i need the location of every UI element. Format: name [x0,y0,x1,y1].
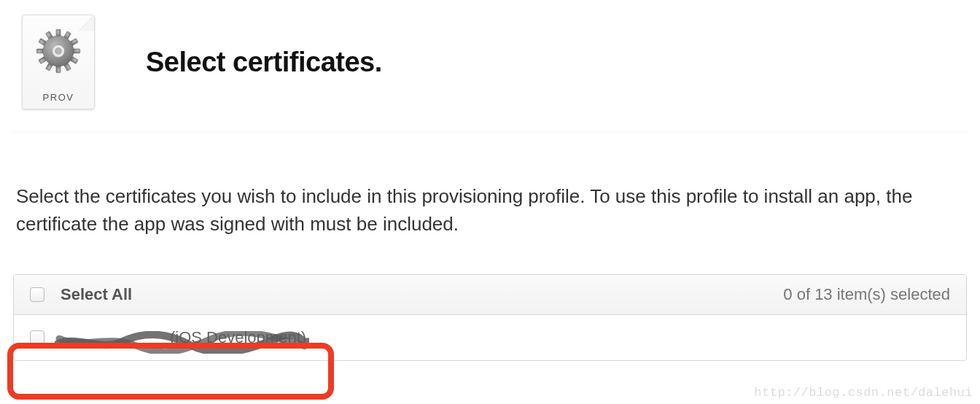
certificate-list-header: Select All 0 of 13 item(s) selected [14,275,966,315]
select-all-label[interactable]: Select All [61,285,783,304]
certificate-list: Select All 0 of 13 item(s) selected (iOS… [13,274,967,361]
certificate-name: (iOS Development) [61,328,306,347]
selection-count: 0 of 13 item(s) selected [783,285,950,304]
page-title: Select certificates. [146,47,382,78]
svg-point-3 [55,48,62,55]
gear-icon [36,28,81,74]
page-header: PROV Select certificates. [0,0,980,131]
certificate-checkbox[interactable] [30,330,44,345]
prov-label: PROV [43,92,74,103]
certificate-name-suffix: (iOS Development) [61,328,306,346]
provisioning-profile-icon: PROV [22,15,95,109]
certificate-row[interactable]: (iOS Development) [14,315,966,360]
watermark-text: http://blog.csdn.net/dalehui [754,386,973,400]
svg-rect-0 [56,29,61,36]
description-text: Select the certificates you wish to incl… [0,132,980,260]
select-all-checkbox[interactable] [30,287,44,302]
